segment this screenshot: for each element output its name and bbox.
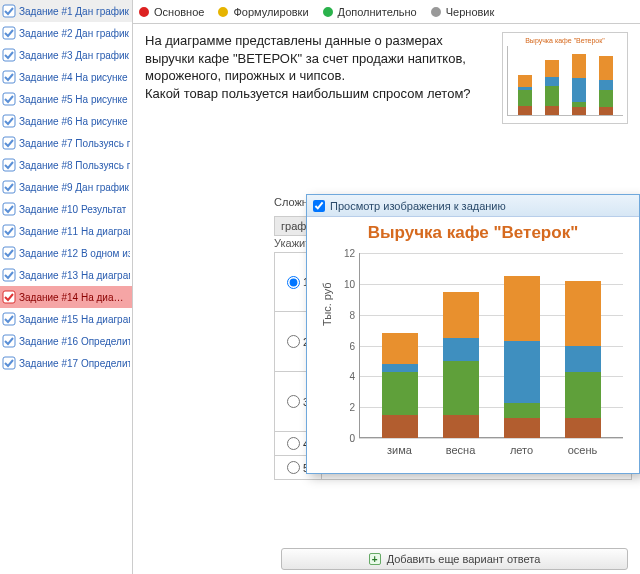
option-radio[interactable]	[287, 276, 300, 289]
bar-segment	[545, 106, 559, 115]
popup-titlebar[interactable]: Просмотр изображения к заданию	[307, 195, 639, 217]
bar-segment	[443, 415, 479, 438]
task-label: Задание #10 Результат	[19, 204, 126, 215]
task-item[interactable]: Задание #6 На рисунке	[0, 110, 132, 132]
task-item[interactable]: Задание #14 На диа…	[0, 286, 132, 308]
task-item[interactable]: Задание #16 Определить	[0, 330, 132, 352]
task-item[interactable]: Задание #1 Дан график	[0, 0, 132, 22]
task-item[interactable]: Задание #2 Дан график	[0, 22, 132, 44]
bar-segment	[518, 106, 532, 115]
bar-segment	[382, 415, 418, 438]
tab[interactable]: Основное	[139, 6, 204, 18]
task-item[interactable]: Задание #7 Пользуясь г	[0, 132, 132, 154]
task-item[interactable]: Задание #15 На диаграм	[0, 308, 132, 330]
option-radio[interactable]	[287, 395, 300, 408]
bar	[382, 333, 418, 438]
task-item[interactable]: Задание #4 На рисунке	[0, 66, 132, 88]
svg-rect-14	[3, 313, 15, 325]
bar-segment	[504, 403, 540, 418]
tab-dot-icon	[139, 7, 149, 17]
bar-segment	[565, 346, 601, 372]
bar-segment	[382, 364, 418, 372]
task-item[interactable]: Задание #8 Пользуясь г	[0, 154, 132, 176]
popup-checkbox[interactable]	[313, 200, 325, 212]
task-label: Задание #17 Определить	[19, 358, 130, 369]
task-item[interactable]: Задание #13 На диаграм	[0, 264, 132, 286]
tab[interactable]: Черновик	[431, 6, 495, 18]
svg-rect-2	[3, 49, 15, 61]
svg-rect-0	[3, 5, 15, 17]
bar	[518, 75, 532, 115]
check-icon	[2, 136, 16, 150]
xlabel: весна	[443, 444, 479, 456]
bar	[599, 56, 613, 115]
bar-segment	[565, 372, 601, 418]
option-radio[interactable]	[287, 335, 300, 348]
option-radio[interactable]	[287, 437, 300, 450]
add-option-button[interactable]: + Добавить еще вариант ответа	[281, 548, 628, 570]
bar	[572, 54, 586, 115]
check-icon	[2, 268, 16, 282]
check-icon	[2, 202, 16, 216]
chart-title: Выручка кафе "Ветерок"	[317, 223, 629, 243]
check-icon	[2, 246, 16, 260]
popup-body: Выручка кафе "Ветерок" Тыс. руб 02468101…	[307, 217, 639, 473]
task-item[interactable]: Задание #17 Определить	[0, 352, 132, 374]
image-preview-popup[interactable]: Просмотр изображения к заданию Выручка к…	[306, 194, 640, 474]
task-label: Задание #15 На диаграм	[19, 314, 130, 325]
svg-rect-8	[3, 181, 15, 193]
task-item[interactable]: Задание #10 Результат	[0, 198, 132, 220]
tab[interactable]: Дополнительно	[323, 6, 417, 18]
task-item[interactable]: Задание #12 В одном из	[0, 242, 132, 264]
bar-segment	[572, 107, 586, 115]
task-item[interactable]: Задание #9 Дан график	[0, 176, 132, 198]
check-icon	[2, 4, 16, 18]
task-label: Задание #11 На диаграм	[19, 226, 130, 237]
xlabel: лето	[504, 444, 540, 456]
ytick: 6	[337, 340, 355, 351]
thumb-title: Выручка кафе "Ветерок"	[507, 37, 623, 44]
thumb-chart	[507, 46, 623, 116]
task-label: Задание #2 Дан график	[19, 28, 129, 39]
tab[interactable]: Формулировки	[218, 6, 308, 18]
tab-label: Черновик	[446, 6, 495, 18]
popup-title-text: Просмотр изображения к заданию	[330, 200, 506, 212]
bar-segment	[518, 90, 532, 106]
ytick: 10	[337, 278, 355, 289]
ytick: 2	[337, 402, 355, 413]
bar-segment	[518, 75, 532, 87]
svg-rect-1	[3, 27, 15, 39]
tab-label: Основное	[154, 6, 204, 18]
bar-segment	[504, 341, 540, 403]
task-label: Задание #1 Дан график	[19, 6, 129, 17]
bar-segment	[382, 372, 418, 415]
task-item[interactable]: Задание #11 На диаграм	[0, 220, 132, 242]
task-label: Задание #16 Определить	[19, 336, 130, 347]
check-icon	[2, 334, 16, 348]
bar	[565, 281, 601, 438]
chart-thumbnail[interactable]: Выручка кафе "Ветерок"	[502, 32, 628, 124]
bar-segment	[443, 338, 479, 361]
check-icon	[2, 290, 16, 304]
bar-segment	[599, 107, 613, 115]
option-radio[interactable]	[287, 461, 300, 474]
tab-label: Дополнительно	[338, 6, 417, 18]
task-label: Задание #13 На диаграм	[19, 270, 130, 281]
task-label: Задание #8 Пользуясь г	[19, 160, 130, 171]
task-label: Задание #6 На рисунке	[19, 116, 128, 127]
ytick: 4	[337, 371, 355, 382]
check-icon	[2, 224, 16, 238]
svg-rect-13	[3, 291, 15, 303]
check-icon	[2, 356, 16, 370]
bar	[545, 60, 559, 115]
check-icon	[2, 312, 16, 326]
task-label: Задание #3 Дан график	[19, 50, 129, 61]
task-item[interactable]: Задание #5 На рисунке	[0, 88, 132, 110]
bar-segment	[443, 292, 479, 338]
task-label: Задание #7 Пользуясь г	[19, 138, 130, 149]
bar	[504, 276, 540, 438]
bar-segment	[565, 418, 601, 438]
bar-segment	[572, 54, 586, 79]
task-item[interactable]: Задание #3 Дан график	[0, 44, 132, 66]
chart-xlabels: зимавесналетоосень	[359, 444, 623, 456]
